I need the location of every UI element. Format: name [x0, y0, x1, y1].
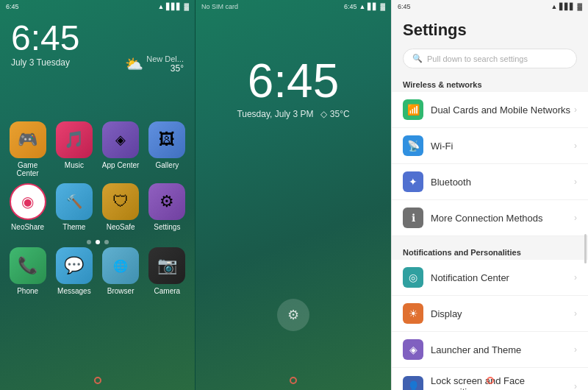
lock-signal-icon: ▋▋: [368, 3, 378, 10]
app-gallery[interactable]: 🖼 Gallery: [147, 121, 187, 177]
app-theme[interactable]: 🔨 Theme: [54, 183, 94, 231]
browser-label: Browser: [107, 287, 135, 295]
lock-status-time: 6:45: [344, 3, 357, 10]
bluetooth-icon: ✦: [403, 171, 423, 192]
settings-item-display[interactable]: ☀ Display ›: [392, 296, 588, 332]
settings-signal-icon: ▋▋▋: [559, 3, 575, 10]
page-indicator: [0, 240, 195, 244]
display-chevron: ›: [574, 308, 577, 319]
lock-bottom-indicator: [196, 377, 391, 384]
app-music[interactable]: 🎵 Music: [54, 121, 94, 177]
app-grid-row2: ◉ NeoShare 🔨 Theme 🛡 NeoSafe ⚙ Settings: [0, 183, 195, 237]
page-dot-2: [96, 240, 100, 244]
notification-center-icon: ◎: [403, 267, 423, 288]
dual-cards-icon: 📶: [403, 99, 423, 120]
settings-item-bluetooth[interactable]: ✦ Bluetooth ›: [392, 164, 588, 200]
settings-item-dual-cards[interactable]: 📶 Dual Cards and Mobile Networks ›: [392, 92, 588, 128]
settings-item-connection-methods[interactable]: ℹ More Connection Methods ›: [392, 200, 588, 236]
gallery-label: Gallery: [156, 161, 179, 169]
neoshare-label: NeoShare: [11, 223, 44, 231]
settings-status-icons: ▲ ▋▋▋ ▓: [551, 3, 582, 10]
home-status-time: 6:45: [6, 3, 19, 10]
app-phone[interactable]: 📞 Phone: [7, 247, 48, 295]
app-messages[interactable]: 💬 Messages: [54, 247, 94, 295]
notification-center-label: Notification Center: [431, 272, 574, 283]
home-temp: 35°: [171, 63, 184, 74]
app-neosafe[interactable]: 🛡 NeoSafe: [101, 183, 141, 231]
settings-app-label: Settings: [154, 223, 180, 231]
weather-icon: ⛅: [125, 55, 143, 73]
app-browser[interactable]: 🌐 Browser: [101, 247, 141, 295]
section-notifications-header: Notifications and Personalities: [392, 241, 588, 260]
home-screen: 6:45 ▲ ▋▋▋ ▓ 6:45 July 3 Tuesday ⛅ New D…: [0, 0, 195, 390]
lock-settings-button[interactable]: ⚙: [277, 299, 309, 331]
settings-screen: 6:45 ▲ ▋▋▋ ▓ Settings 🔍 Pull down to sea…: [391, 0, 588, 390]
home-status-icons: ▲ ▋▋▋ ▓: [158, 3, 189, 10]
notification-center-chevron: ›: [574, 272, 577, 283]
camera-label: Camera: [154, 287, 181, 295]
launcher-theme-chevron: ›: [574, 344, 577, 355]
music-label: Music: [65, 161, 84, 169]
gallery-icon: 🖼: [148, 121, 185, 158]
app-app-center[interactable]: ◈ App Center: [101, 121, 141, 177]
camera-icon: 📷: [148, 247, 185, 284]
settings-item-wifi[interactable]: 📡 Wi-Fi ›: [392, 128, 588, 164]
connection-methods-label: More Connection Methods: [431, 213, 574, 224]
game-center-label: Game Center: [7, 161, 48, 177]
phone-icon: 📞: [10, 247, 46, 284]
launcher-theme-icon: ◈: [403, 339, 423, 360]
home-date: July 3 Tuesday: [11, 57, 70, 68]
browser-icon: 🌐: [102, 247, 139, 284]
page-dot-1: [87, 240, 91, 244]
settings-title: Settings: [403, 21, 467, 39]
dual-cards-chevron: ›: [574, 104, 577, 115]
home-bottom-indicator: [0, 377, 195, 384]
app-grid-row3: 📞 Phone 💬 Messages 🌐 Browser 📷 Camera: [0, 247, 195, 301]
wifi-label: Wi-Fi: [431, 141, 574, 152]
home-city: New Del...: [146, 54, 184, 63]
launcher-theme-label: Launcher and Theme: [431, 344, 574, 355]
home-status-bar: 6:45 ▲ ▋▋▋ ▓: [0, 0, 195, 13]
lock-battery-icon: ▓: [380, 3, 385, 10]
battery-icon: ▓: [184, 3, 189, 10]
display-label: Display: [431, 308, 574, 319]
connection-methods-icon: ℹ: [403, 208, 423, 228]
settings-bottom-indicator: [487, 377, 494, 384]
settings-search-bar[interactable]: 🔍 Pull down to search settings: [403, 49, 577, 68]
home-time-section: 6:45 July 3 Tuesday ⛅ New Del... 35°: [0, 13, 195, 74]
app-settings[interactable]: ⚙ Settings: [147, 183, 187, 231]
scrollbar: [584, 234, 587, 263]
lock-bottom-dot: [290, 377, 297, 384]
lock-sim-status: No SIM card: [201, 3, 238, 10]
app-grid-row1: 🎮 Game Center 🎵 Music ◈ App Center 🖼 Gal…: [0, 110, 195, 183]
appcenter-icon: ◈: [102, 121, 139, 158]
settings-item-notification-center[interactable]: ◎ Notification Center ›: [392, 260, 588, 296]
app-game-center[interactable]: 🎮 Game Center: [7, 121, 48, 177]
settings-header: Settings: [392, 13, 588, 44]
lock-weather: ◇ 35°C: [320, 109, 349, 119]
app-neoshare[interactable]: ◉ NeoShare: [7, 183, 48, 231]
settings-battery-icon: ▓: [577, 3, 582, 10]
wifi-icon: ▲: [158, 3, 165, 10]
lock-status-bar: No SIM card 6:45 ▲ ▋▋ ▓: [196, 0, 391, 13]
display-icon: ☀: [403, 303, 423, 324]
settings-item-launcher-theme[interactable]: ◈ Launcher and Theme ›: [392, 332, 588, 368]
lock-date-text: Tuesday, July 3 PM: [237, 109, 313, 119]
theme-label: Theme: [62, 223, 85, 231]
lock-wifi-icon: ▲: [359, 3, 366, 10]
settings-bottom-dot: [487, 377, 494, 384]
lock-screen-label: Lock screen and Face recognition: [431, 375, 574, 390]
wifi-settings-icon: 📡: [403, 135, 423, 156]
settings-app-icon: ⚙: [148, 183, 185, 220]
search-icon: 🔍: [412, 54, 423, 63]
settings-status-time: 6:45: [398, 3, 411, 10]
lock-status-right: 6:45 ▲ ▋▋ ▓: [344, 3, 385, 10]
theme-icon: 🔨: [56, 183, 93, 220]
app-camera[interactable]: 📷 Camera: [147, 247, 187, 295]
game-center-icon: 🎮: [10, 121, 46, 158]
search-placeholder: Pull down to search settings: [427, 54, 528, 63]
signal-icon: ▋▋▋: [166, 3, 182, 10]
neosafe-icon: 🛡: [102, 183, 139, 220]
home-bottom-dot: [94, 377, 101, 384]
lock-date: Tuesday, July 3 PM ◇ 35°C: [196, 109, 391, 119]
